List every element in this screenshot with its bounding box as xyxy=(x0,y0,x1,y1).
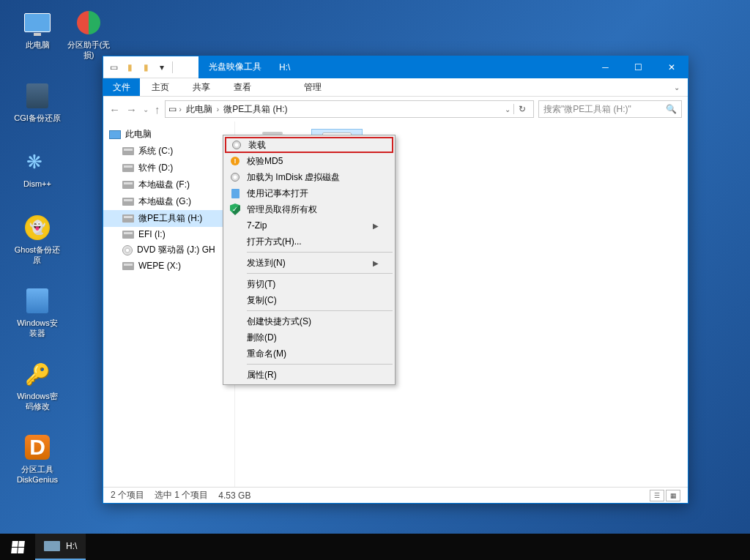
status-bar: 2 个项目 选中 1 个项目 4.53 GB ☰ ▦ xyxy=(103,487,688,503)
computer-icon xyxy=(109,130,121,139)
tree-item-label: 软件 (D:) xyxy=(138,162,173,174)
tree-item-label: 微PE工具箱 (H:) xyxy=(138,212,202,225)
context-menu-item[interactable]: 创建快捷方式(S) xyxy=(225,313,393,329)
context-menu-item[interactable]: 属性(R) xyxy=(225,367,393,383)
blank-icon xyxy=(229,369,241,381)
warning-icon: ! xyxy=(229,155,241,167)
refresh-icon[interactable]: ↻ xyxy=(513,104,530,114)
tree-item[interactable]: 微PE工具箱 (H:) xyxy=(103,210,234,227)
ribbon-file-tab[interactable]: 文件 xyxy=(103,78,140,96)
maximize-button[interactable]: ☐ xyxy=(622,56,655,78)
context-menu-item[interactable]: 复制(C) xyxy=(225,292,393,308)
tree-item-label: 本地磁盘 (G:) xyxy=(138,195,191,208)
desktop-icon-cgi-backup[interactable]: CGI备份还原 xyxy=(12,81,63,123)
nav-recent-icon[interactable]: ⌄ xyxy=(143,105,149,113)
tree-item[interactable]: 软件 (D:) xyxy=(103,160,234,176)
blank-icon xyxy=(229,294,241,306)
tree-item[interactable]: WEPE (X:) xyxy=(103,258,234,273)
desktop-icon-partition-assistant[interactable]: 分区助手(无 损) xyxy=(63,7,114,60)
desktop-icon-windows-password[interactable]: 🔑Windows密 码修改 xyxy=(12,359,63,411)
tree-item[interactable]: 系统 (C:) xyxy=(103,143,234,160)
context-menu-item[interactable]: 发送到(N)▶ xyxy=(225,255,393,271)
tree-item[interactable]: DVD 驱动器 (J:) GH xyxy=(103,242,234,258)
context-menu-item[interactable]: 打开方式(H)... xyxy=(225,234,393,250)
tree-item-label: WEPE (X:) xyxy=(138,261,181,271)
nav-forward-icon[interactable]: → xyxy=(126,103,137,116)
drive-icon xyxy=(122,181,134,189)
breadcrumb-path[interactable]: 微PE工具箱 (H:) xyxy=(222,103,289,116)
menu-separator xyxy=(247,310,393,311)
ribbon-expand-icon[interactable]: ⌄ xyxy=(666,78,688,96)
windows-logo-icon xyxy=(11,541,25,553)
taskbar-item-explorer[interactable]: H:\ xyxy=(35,534,86,560)
drive-icon xyxy=(122,198,134,206)
menu-item-label: 校验MD5 xyxy=(247,155,283,168)
desktop-icon-ghost-backup[interactable]: 👻Ghost备份还 原 xyxy=(12,212,63,265)
tree-item[interactable]: 本地磁盘 (F:) xyxy=(103,176,234,193)
address-bar[interactable]: ▭ › 此电脑 › 微PE工具箱 (H:) ⌄ ↻ xyxy=(165,100,535,118)
titlebar[interactable]: ▭ ▮ ▮ ▾ 光盘映像工具 H:\ ─ ☐ ✕ xyxy=(103,56,688,78)
desktop-icon-dism[interactable]: ❋Dism++ xyxy=(12,146,63,189)
drive-icon xyxy=(122,164,134,172)
explorer-window: ▭ ▮ ▮ ▾ 光盘映像工具 H:\ ─ ☐ ✕ 文件 主页 共享 查看 管理 … xyxy=(103,56,688,504)
menu-item-label: 属性(R) xyxy=(247,369,277,381)
view-large-button[interactable]: ▦ xyxy=(666,490,680,501)
search-icon: 🔍 xyxy=(666,104,677,114)
shield-icon: ✓ xyxy=(229,204,241,215)
view-details-button[interactable]: ☰ xyxy=(650,490,664,501)
menu-item-label: 打开方式(H)... xyxy=(247,236,302,248)
nav-up-icon[interactable]: ↑ xyxy=(155,103,160,116)
ribbon-tab-view[interactable]: 查看 xyxy=(222,78,263,96)
ribbon-tab-home[interactable]: 主页 xyxy=(140,78,181,96)
close-button[interactable]: ✕ xyxy=(655,56,688,78)
menu-item-label: 7-Zip xyxy=(247,220,267,231)
breadcrumb-root[interactable]: 此电脑 xyxy=(185,103,214,116)
window-title: H:\ xyxy=(272,62,589,72)
tree-item[interactable]: 本地磁盘 (G:) xyxy=(103,193,234,210)
status-count: 2 个项目 xyxy=(111,489,144,501)
context-menu-item[interactable]: ✓管理员取得所有权 xyxy=(225,201,393,217)
minimize-button[interactable]: ─ xyxy=(589,56,622,78)
menu-separator xyxy=(247,252,393,253)
tree-item[interactable]: EFI (I:) xyxy=(103,227,234,242)
ribbon-tab-share[interactable]: 共享 xyxy=(181,78,222,96)
context-menu-item[interactable]: 加载为 ImDisk 虚拟磁盘 xyxy=(225,169,393,185)
navigation-bar: ← → ⌄ ↑ ▭ › 此电脑 › 微PE工具箱 (H:) ⌄ ↻ 搜索"微PE… xyxy=(103,97,688,122)
tree-item-label: EFI (I:) xyxy=(138,229,166,239)
drive-icon xyxy=(122,231,134,239)
desktop-icon-windows-installer[interactable]: Windows安 装器 xyxy=(12,285,63,338)
context-menu: 装载!校验MD5加载为 ImDisk 虚拟磁盘使用记事本打开✓管理员取得所有权7… xyxy=(223,135,396,385)
start-button[interactable] xyxy=(0,534,35,560)
menu-item-label: 管理员取得所有权 xyxy=(247,204,317,216)
desktop-icon-diskgenius[interactable]: D分区工具 DiskGenius xyxy=(12,432,63,485)
context-menu-item[interactable]: 使用记事本打开 xyxy=(225,185,393,201)
drive-icon xyxy=(122,214,134,223)
search-input[interactable]: 搜索"微PE工具箱 (H:)" 🔍 xyxy=(538,100,682,118)
address-dropdown-icon[interactable]: ⌄ xyxy=(505,105,510,113)
context-menu-item[interactable]: 装载 xyxy=(225,137,393,153)
context-menu-item[interactable]: 剪切(T) xyxy=(225,276,393,292)
drive-icon xyxy=(44,541,60,551)
folder-icon: ▮ xyxy=(124,61,135,73)
ribbon: 文件 主页 共享 查看 管理 ⌄ xyxy=(103,78,688,97)
desktop-icon-this-pc[interactable]: 此电脑 xyxy=(12,7,63,50)
menu-item-label: 重命名(M) xyxy=(247,348,286,360)
dropdown-icon[interactable]: ▾ xyxy=(156,61,168,73)
menu-item-label: 删除(D) xyxy=(247,332,277,344)
blank-icon xyxy=(229,220,241,231)
context-menu-item[interactable]: 删除(D) xyxy=(225,329,393,346)
nav-tree: 此电脑 系统 (C:)软件 (D:)本地磁盘 (F:)本地磁盘 (G:)微PE工… xyxy=(103,122,235,488)
context-menu-item[interactable]: !校验MD5 xyxy=(225,153,393,169)
context-menu-item[interactable]: 7-Zip▶ xyxy=(225,217,393,234)
folder-icon: ▮ xyxy=(140,61,152,73)
submenu-arrow-icon: ▶ xyxy=(373,222,379,230)
ribbon-tab-manage[interactable]: 管理 xyxy=(292,77,333,96)
context-menu-item[interactable]: 重命名(M) xyxy=(225,346,393,362)
menu-item-label: 加载为 ImDisk 虚拟磁盘 xyxy=(247,171,340,184)
menu-separator xyxy=(247,364,393,365)
menu-separator xyxy=(247,273,393,274)
tree-root-this-pc[interactable]: 此电脑 xyxy=(103,126,234,143)
menu-item-label: 复制(C) xyxy=(247,294,277,307)
context-tab-label: 光盘映像工具 xyxy=(198,56,272,78)
nav-back-icon[interactable]: ← xyxy=(109,103,120,116)
